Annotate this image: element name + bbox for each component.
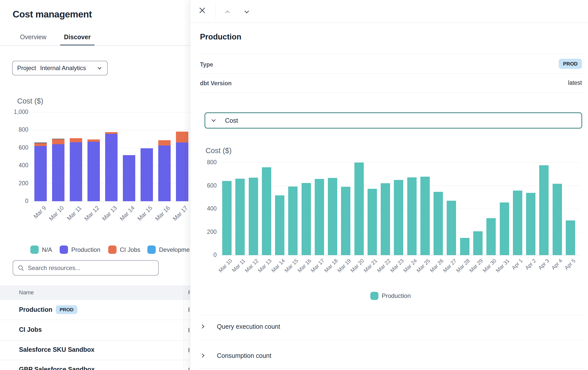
active-tab-underline <box>60 44 95 46</box>
bar-production-mar-22[interactable] <box>381 183 390 255</box>
table-row-salesforce-sku-sandbox[interactable]: Salesforce SKU Sandbox In <box>0 340 190 360</box>
bar-production-apr-3[interactable] <box>539 165 549 255</box>
legend-swatch-production <box>370 292 378 300</box>
legend-item-na[interactable]: N/A <box>30 245 52 254</box>
previous-item-button[interactable] <box>222 7 233 18</box>
gridline <box>32 201 190 201</box>
bar-production-mar-29[interactable] <box>473 231 483 255</box>
close-icon <box>198 6 207 15</box>
bar-production-mar-26[interactable] <box>434 192 443 255</box>
bar-production-mar-14[interactable] <box>123 155 135 201</box>
y-axis-tick: 0 <box>190 252 217 258</box>
bar-production-mar-16[interactable] <box>158 146 171 201</box>
query-execution-count-section-toggle[interactable]: Query execution count <box>200 319 584 334</box>
y-axis-tick: 800 <box>190 159 217 166</box>
bar-production-mar-17[interactable] <box>315 179 324 255</box>
bar-production-mar-21[interactable] <box>368 189 377 255</box>
bar-production-mar-30[interactable] <box>486 218 496 255</box>
bar-ci-jobs-mar-12[interactable] <box>87 139 100 142</box>
bar-production-mar-15[interactable] <box>288 187 298 255</box>
row-col2-ci-jobs: In <box>188 327 190 334</box>
table-row-ci-jobs[interactable]: CI Jobs In <box>0 320 190 340</box>
bar-production-mar-14[interactable] <box>275 195 284 255</box>
bar-ci-jobs-mar-11[interactable] <box>70 138 82 142</box>
legend-swatch-development <box>147 245 156 254</box>
y-axis-tick: 200 <box>190 229 217 235</box>
bar-production-mar-18[interactable] <box>328 178 337 255</box>
divider <box>200 340 584 340</box>
chevron-down-icon <box>210 117 217 124</box>
toolbar-divider <box>216 3 216 20</box>
bar-production-mar-28[interactable] <box>460 238 469 255</box>
bar-production-mar-20[interactable] <box>354 162 364 255</box>
bar-production-mar-13[interactable] <box>105 134 118 201</box>
prod-badge: PROD <box>56 305 77 314</box>
bar-unlabeled-mar-9[interactable] <box>34 142 47 143</box>
y-axis-tick: 400 <box>0 162 28 169</box>
bar-ci-jobs-mar-17[interactable] <box>176 132 188 142</box>
legend-swatch-ci-jobs <box>108 245 117 254</box>
bar-ci-jobs-mar-16[interactable] <box>158 140 171 146</box>
consumption-count-section-toggle[interactable]: Consumption count <box>200 348 584 363</box>
row-name-salesforce: Salesforce SKU Sandbox <box>19 346 95 353</box>
legend-swatch-na <box>30 245 39 254</box>
chevron-up-icon <box>223 8 232 16</box>
bar-production-mar-27[interactable] <box>447 201 456 255</box>
close-drawer-button[interactable] <box>197 5 208 16</box>
chevron-right-icon <box>200 323 206 330</box>
drawer-cost-chart: 8006004002000Mar 10Mar 11Mar 12Mar 13Mar… <box>190 0 588 370</box>
bar-production-mar-9[interactable] <box>34 146 47 201</box>
type-prod-badge: PROD <box>559 59 582 69</box>
bar-production-apr-1[interactable] <box>513 191 522 255</box>
bar-production-mar-12[interactable] <box>87 142 100 201</box>
divider <box>200 54 584 54</box>
bar-production-mar-15[interactable] <box>141 148 153 201</box>
table-row-gbp-salesforce-sandbox[interactable]: GBP Salesforce Sandbox In <box>0 360 190 370</box>
bar-ci-jobs-mar-13[interactable] <box>105 132 118 134</box>
bar-production-mar-10[interactable] <box>222 181 232 255</box>
tab-discover[interactable]: Discover <box>64 33 91 41</box>
legend-item-production[interactable]: Production <box>60 245 100 254</box>
y-axis-tick: 600 <box>0 144 28 151</box>
bar-production-apr-4[interactable] <box>553 184 562 255</box>
drawer-legend-production[interactable]: Production <box>370 292 411 300</box>
project-filter-dropdown[interactable]: Project Internal Analytics <box>12 61 108 75</box>
bar-production-mar-24[interactable] <box>407 177 417 255</box>
legend-label-production: Production <box>382 292 411 299</box>
table-header-name: Name <box>19 289 34 296</box>
row-name-gbp: GBP Salesforce Sandbox <box>19 366 95 370</box>
bar-production-mar-23[interactable] <box>394 180 403 255</box>
bar-production-mar-13[interactable] <box>262 167 271 255</box>
drawer-header-divider <box>190 23 588 23</box>
type-field-label: Type <box>200 61 213 68</box>
bar-production-mar-10[interactable] <box>52 144 64 201</box>
consumption-count-label: Consumption count <box>217 352 271 359</box>
search-resources-box <box>13 260 159 276</box>
table-row-production[interactable]: Production PROD In <box>0 300 190 320</box>
bar-production-mar-25[interactable] <box>420 177 430 255</box>
bar-production-mar-31[interactable] <box>500 202 509 255</box>
cost-management-app: Cost management Overview Discover Projec… <box>0 0 588 370</box>
tab-overview[interactable]: Overview <box>20 33 46 41</box>
bar-ci-jobs-mar-9[interactable] <box>34 143 47 146</box>
bar-unlabeled-mar-10[interactable] <box>52 139 64 139</box>
next-item-button[interactable] <box>241 7 252 18</box>
legend-item-ci-jobs[interactable]: CI Jobs <box>108 245 140 254</box>
bar-production-mar-16[interactable] <box>302 183 311 255</box>
bar-production-mar-12[interactable] <box>249 178 258 255</box>
bar-production-mar-19[interactable] <box>341 187 350 255</box>
dbt-version-field-label: dbt Version <box>200 80 232 87</box>
bar-production-mar-11[interactable] <box>235 179 245 255</box>
cost-section-toggle[interactable]: Cost <box>205 112 582 129</box>
legend-item-development[interactable]: Development <box>147 245 190 254</box>
bar-production-apr-2[interactable] <box>526 193 535 255</box>
bar-production-mar-17[interactable] <box>176 142 188 201</box>
tabs-divider <box>0 45 190 46</box>
search-input[interactable] <box>28 264 154 272</box>
bar-production-apr-5[interactable] <box>566 220 575 255</box>
bar-ci-jobs-mar-10[interactable] <box>52 139 64 144</box>
bar-production-mar-11[interactable] <box>70 142 82 201</box>
chevron-down-icon <box>242 8 251 16</box>
table-header-project: P <box>188 289 190 296</box>
left-chart-title: Cost ($) <box>17 97 43 105</box>
